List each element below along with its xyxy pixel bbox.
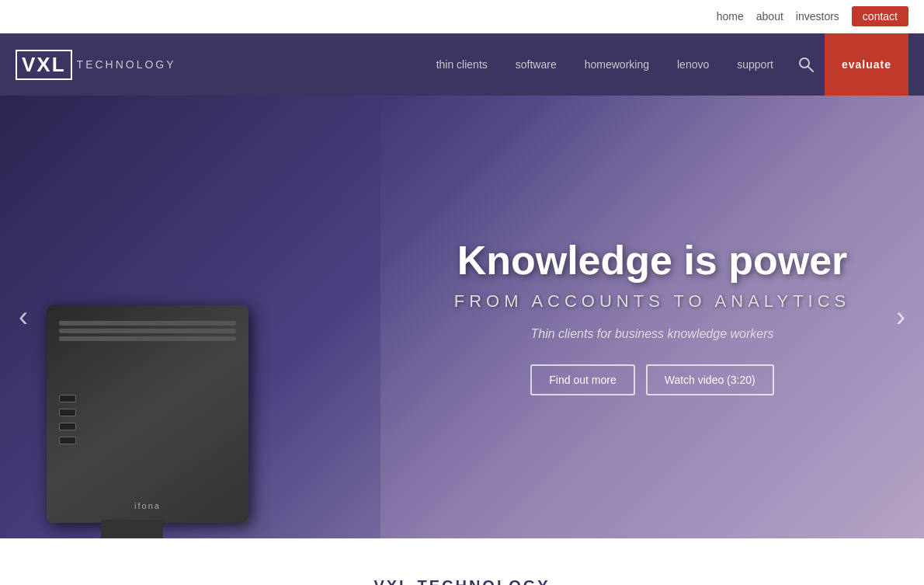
device-body: ifona [47, 305, 248, 523]
svg-line-1 [808, 67, 813, 71]
nav-lenovo[interactable]: lenovo [663, 37, 723, 92]
hero-section: ifona ‹ Knowledge is power FROM ACCOUNTS… [0, 96, 924, 538]
hero-buttons: Find out more Watch video (3:20) [530, 364, 773, 395]
nav-software[interactable]: software [502, 37, 571, 92]
evaluate-button[interactable]: evaluate [825, 33, 908, 96]
logo-vxl-text: VXL [16, 50, 72, 80]
device-ports [59, 395, 236, 444]
hero-device: ifona [23, 134, 349, 538]
hero-main-title: Knowledge is power [457, 239, 848, 283]
find-out-more-button[interactable]: Find out more [530, 364, 634, 395]
prev-arrow[interactable]: ‹ [8, 294, 39, 340]
svg-point-0 [800, 58, 809, 68]
nav-homeworking[interactable]: homeworking [571, 37, 663, 92]
watch-video-button[interactable]: Watch video (3:20) [646, 364, 774, 395]
device-stand [101, 520, 163, 538]
logo-tech-text: technology [77, 58, 176, 71]
bottom-section: VXL TECHNOLOGY With it's widest, most ad… [0, 538, 924, 585]
device-label: ifona [59, 501, 236, 510]
hero-sub-title: FROM ACCOUNTS TO ANALYTICS [454, 291, 851, 312]
nav-support[interactable]: support [723, 37, 787, 92]
bottom-title: VXL TECHNOLOGY [31, 577, 893, 585]
search-icon[interactable] [787, 35, 825, 94]
top-nav-home[interactable]: home [717, 10, 744, 23]
top-bar: home about investors contact [0, 0, 924, 33]
nav-thin-clients[interactable]: thin clients [422, 37, 502, 92]
hero-description: Thin clients for business knowledge work… [530, 327, 773, 341]
logo: VXL technology [16, 50, 176, 80]
device-slots [59, 318, 236, 344]
top-nav-contact[interactable]: contact [852, 6, 908, 26]
main-nav: VXL technology thin clients software hom… [0, 33, 924, 96]
nav-links: thin clients software homeworking lenovo… [422, 37, 787, 92]
top-nav-about[interactable]: about [756, 10, 783, 23]
top-nav-investors[interactable]: investors [796, 10, 839, 23]
next-arrow[interactable]: › [885, 294, 916, 340]
hero-content: Knowledge is power FROM ACCOUNTS TO ANAL… [380, 96, 924, 538]
